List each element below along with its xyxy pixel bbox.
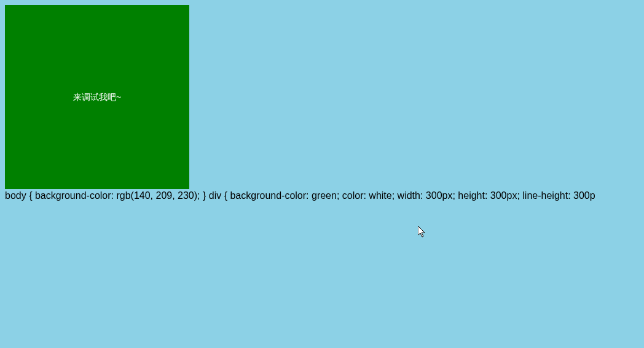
- debug-box-text: 来调试我吧~: [73, 92, 121, 102]
- mouse-cursor-icon: [418, 226, 426, 238]
- css-rules-text: body { background-color: rgb(140, 209, 2…: [5, 190, 639, 201]
- debug-box: 来调试我吧~: [5, 5, 189, 189]
